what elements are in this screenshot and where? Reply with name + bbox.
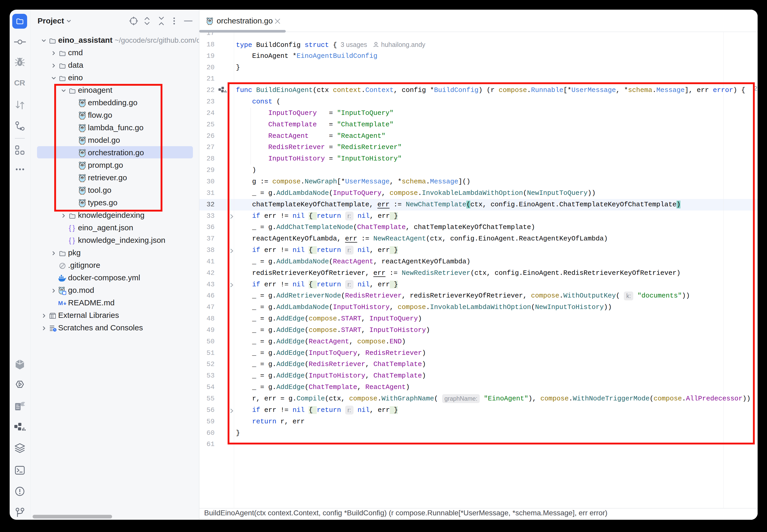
svg-text:M: M [58,300,63,306]
svg-text:{ }: { } [69,237,75,244]
svg-text:{ }: { } [69,224,75,232]
svg-text:CR: CR [14,79,25,87]
